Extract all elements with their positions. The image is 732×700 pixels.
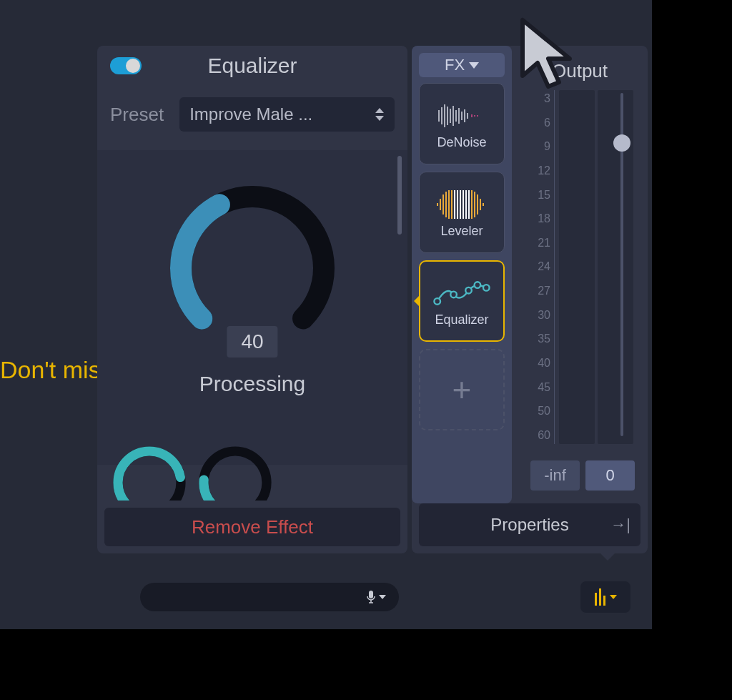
tick-label: 60	[538, 430, 550, 441]
panel-pointer-icon	[599, 552, 616, 561]
fx-item-equalizer[interactable]: Equalizer	[419, 260, 505, 342]
tick-label: 9	[544, 141, 550, 152]
tick-label: 40	[538, 358, 550, 369]
chevron-down-icon	[610, 595, 617, 599]
tick-label: 6	[544, 117, 550, 129]
fx-item-label: Equalizer	[435, 312, 488, 327]
fx-dropdown-label: FX	[445, 56, 465, 74]
fx-top: FX	[412, 46, 648, 503]
fx-output-panel: FX	[412, 46, 648, 553]
collapse-right-icon: →|	[610, 516, 630, 534]
properties-button[interactable]: Properties →|	[419, 503, 640, 546]
fx-list: FX	[412, 46, 512, 503]
preset-label: Preset	[110, 104, 164, 126]
background-caption: Don't mis	[0, 356, 101, 384]
eq-title: Equalizer	[110, 54, 395, 78]
tick-label: 18	[538, 213, 550, 225]
meter-left	[559, 90, 595, 444]
meter-ticks: 369121518212427303540455060	[530, 90, 555, 444]
output-column: Output 369121518212427303540455060 -inf …	[512, 46, 648, 503]
eq-enable-toggle[interactable]	[110, 57, 142, 74]
output-slider-thumb[interactable]	[613, 134, 630, 152]
waveform-icon	[433, 98, 490, 134]
processing-dial[interactable]: 40	[163, 179, 342, 358]
tick-label: 3	[544, 93, 550, 104]
fx-add-button[interactable]: +	[419, 349, 505, 430]
output-title: Output	[512, 60, 648, 82]
tick-label: 27	[538, 285, 550, 297]
fx-item-leveler[interactable]: Leveler	[419, 172, 505, 253]
scrollbar[interactable]	[397, 156, 402, 235]
chevron-down-icon	[469, 62, 479, 69]
mini-dial-1[interactable]	[110, 443, 189, 501]
mini-dials	[110, 443, 274, 501]
properties-label: Properties	[490, 515, 568, 535]
tick-label: 24	[538, 261, 550, 272]
dial-area: 40 Processing	[97, 150, 407, 465]
svg-rect-45	[369, 591, 373, 598]
preset-row: Preset Improve Male ...	[97, 86, 407, 137]
preset-select[interactable]: Improve Male ...	[179, 97, 395, 132]
effects-panel-toggle[interactable]	[580, 581, 630, 613]
equalizer-panel: Equalizer Preset Improve Male ... 40 Pro…	[97, 46, 407, 553]
svg-point-43	[475, 282, 481, 288]
mic-input-selector[interactable]	[140, 583, 399, 611]
remove-effect-button[interactable]: Remove Effect	[104, 508, 400, 546]
plus-icon: +	[452, 370, 472, 409]
tick-label: 35	[538, 333, 550, 345]
svg-point-42	[465, 287, 472, 293]
preset-stepper-icon	[375, 108, 385, 121]
chevron-down-icon	[379, 595, 386, 599]
tick-label: 15	[538, 189, 550, 201]
svg-point-44	[483, 285, 490, 291]
leveler-icon	[433, 187, 490, 222]
tick-label: 30	[538, 310, 550, 321]
svg-point-41	[450, 291, 457, 297]
svg-point-40	[434, 298, 440, 305]
microphone-icon	[366, 590, 386, 604]
tick-label: 45	[538, 382, 550, 393]
preset-value: Improve Male ...	[189, 104, 375, 124]
fx-item-label: Leveler	[440, 224, 483, 239]
fx-item-denoise[interactable]: DeNoise	[419, 83, 505, 164]
readout-gain[interactable]: 0	[585, 460, 635, 491]
sliders-icon	[595, 588, 605, 606]
readout-peak: -inf	[530, 460, 580, 491]
tick-label: 12	[538, 165, 550, 177]
tick-label: 50	[538, 405, 550, 417]
tick-label: 21	[538, 237, 550, 249]
dial-value: 40	[227, 326, 277, 358]
mini-dial-2[interactable]	[196, 443, 274, 501]
eq-header: Equalizer	[97, 46, 407, 86]
equalizer-curve-icon	[433, 275, 490, 311]
output-readouts: -inf 0	[530, 460, 635, 491]
bottom-bar	[0, 572, 648, 622]
fx-item-label: DeNoise	[437, 135, 486, 150]
fx-dropdown[interactable]: FX	[419, 53, 505, 77]
